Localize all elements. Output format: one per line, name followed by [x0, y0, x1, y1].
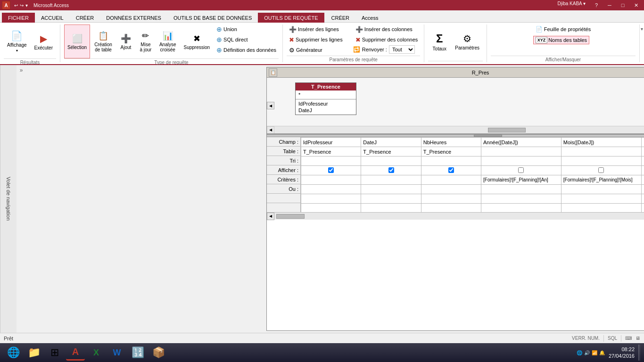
- cell-tri-3[interactable]: [421, 156, 481, 166]
- cell-afficher-4[interactable]: [481, 166, 561, 175]
- cell-extra1-5[interactable]: [561, 194, 641, 204]
- checkbox-afficher-4[interactable]: [518, 167, 524, 173]
- cell-afficher-3[interactable]: [421, 166, 481, 175]
- supprimer-lignes-button[interactable]: ✖ Supprimer les lignes: [287, 35, 345, 44]
- feuille-proprietes-button[interactable]: 📄 Feuille de propriétés: [533, 25, 594, 34]
- union-button[interactable]: ⊕ Union: [214, 25, 279, 34]
- parametres-button[interactable]: ⚙ Paramètres: [452, 25, 483, 58]
- cell-afficher-6[interactable]: [641, 166, 644, 175]
- scroll-thumb-h[interactable]: [488, 128, 526, 132]
- cell-extra1-3[interactable]: [421, 194, 481, 204]
- cell-tri-6[interactable]: [641, 156, 644, 166]
- cell-champ-1[interactable]: IdProfesseur: [301, 138, 361, 147]
- nav-pane-toggle[interactable]: Volet de navigation: [0, 65, 17, 333]
- cell-extra1-1[interactable]: [301, 194, 361, 204]
- cell-table-6[interactable]: [641, 147, 644, 156]
- cell-champ-4[interactable]: Année([DateJ]): [481, 138, 561, 147]
- restore-btn[interactable]: □: [617, 1, 629, 9]
- cell-ou-1[interactable]: [301, 185, 361, 194]
- cell-tri-2[interactable]: [361, 156, 421, 166]
- grid-scrollbar-h[interactable]: ◀ ▶: [267, 212, 644, 220]
- cell-criteres-1[interactable]: [301, 175, 361, 185]
- tab-outils-requete[interactable]: OUTILS DE REQUÊTE: [258, 13, 324, 23]
- quick-access-more[interactable]: ▾: [25, 3, 28, 8]
- inserer-colonnes-button[interactable]: ➕ Insérer des colonnes: [353, 25, 421, 34]
- checkbox-afficher-1[interactable]: [328, 167, 334, 173]
- designer-scrollbar-h[interactable]: ◀ ▶: [267, 126, 644, 133]
- affichage-button[interactable]: 📄 Affichage▾: [4, 25, 30, 58]
- taskbar-app-calc[interactable]: 🔢: [128, 345, 147, 361]
- cell-criteres-5[interactable]: [Formulaires]![F_Planning]![Mois]: [561, 175, 641, 185]
- cell-extra1-4[interactable]: [481, 194, 561, 204]
- checkbox-afficher-3[interactable]: [448, 167, 454, 173]
- nav-expand-btn[interactable]: »: [17, 65, 26, 333]
- redo-btn[interactable]: ↪: [20, 3, 24, 8]
- cell-ou-6[interactable]: [641, 185, 644, 194]
- executer-button[interactable]: ▶ Exécuter: [31, 25, 56, 58]
- cell-extra2-1[interactable]: [301, 204, 361, 213]
- splitter-handle[interactable]: [474, 135, 502, 137]
- cell-extra2-3[interactable]: [421, 204, 481, 213]
- grid-scroll-left[interactable]: ◀: [267, 213, 274, 220]
- totaux-button[interactable]: Σ Totaux: [428, 25, 451, 58]
- scroll-left-arrow[interactable]: ◀: [267, 126, 274, 134]
- supprimer-colonnes-button[interactable]: ✖ Supprimer des colonnes: [353, 35, 421, 44]
- taskbar-show-desktop[interactable]: [638, 345, 640, 361]
- taskbar-app-explorer[interactable]: 📁: [25, 345, 43, 361]
- cell-extra2-2[interactable]: [361, 204, 421, 213]
- tab-creer2[interactable]: CRÉER: [325, 13, 356, 23]
- help-btn[interactable]: ?: [590, 1, 603, 9]
- table-field-star[interactable]: *: [296, 91, 356, 98]
- designer-scroll-left[interactable]: ◀: [267, 102, 274, 109]
- cell-tri-1[interactable]: [301, 156, 361, 166]
- taskbar-app-excel[interactable]: X: [87, 345, 106, 361]
- tab-fichier[interactable]: FICHIER: [2, 13, 35, 23]
- ribbon-expand-btn[interactable]: ▾: [640, 25, 644, 62]
- cell-criteres-3[interactable]: [421, 175, 481, 185]
- cell-criteres-4[interactable]: [Formulaires]![F_Planning]![An]: [481, 175, 561, 185]
- table-field-datej[interactable]: DateJ: [296, 107, 356, 114]
- cell-afficher-2[interactable]: [361, 166, 421, 175]
- cell-champ-2[interactable]: DateJ: [361, 138, 421, 147]
- taskbar-app-grid[interactable]: ⊞: [45, 345, 64, 361]
- checkbox-afficher-2[interactable]: [388, 167, 394, 173]
- mise-a-jour-button[interactable]: ✏ Miseà jour: [136, 25, 155, 58]
- minimize-btn[interactable]: ─: [603, 1, 616, 9]
- cell-champ-6[interactable]: [641, 138, 644, 147]
- cell-table-5[interactable]: [561, 147, 641, 156]
- creation-table-button[interactable]: 📋 Créationde table: [91, 25, 116, 58]
- definition-donnees-button[interactable]: ⊕ Définition des données: [214, 45, 279, 55]
- taskbar-app-word[interactable]: W: [107, 345, 126, 361]
- cell-criteres-2[interactable]: [361, 175, 421, 185]
- taskbar-app-ie[interactable]: 🌐: [4, 345, 23, 361]
- table-field-idprofesseur[interactable]: IdProfesseur: [296, 100, 356, 107]
- suppression-button[interactable]: ✖ Suppression: [181, 25, 214, 58]
- checkbox-afficher-5[interactable]: [598, 167, 604, 173]
- close-btn[interactable]: ✕: [630, 1, 642, 9]
- cell-extra2-4[interactable]: [481, 204, 561, 213]
- inserer-lignes-button[interactable]: ➕ Insérer des lignes: [287, 25, 345, 34]
- cell-table-4[interactable]: [481, 147, 561, 156]
- sql-direct-button[interactable]: ⊕ SQL direct: [214, 35, 279, 44]
- cell-extra1-6[interactable]: [641, 194, 644, 204]
- cell-table-3[interactable]: T_Presence: [421, 147, 481, 156]
- tab-creer[interactable]: CRÉER: [70, 13, 100, 23]
- cell-tri-5[interactable]: [561, 156, 641, 166]
- cell-afficher-1[interactable]: [301, 166, 361, 175]
- ajout-button[interactable]: ➕ Ajout: [116, 25, 135, 58]
- noms-tables-button[interactable]: XYZ Noms des tables: [533, 36, 589, 44]
- cell-afficher-5[interactable]: [561, 166, 641, 175]
- cell-extra1-2[interactable]: [361, 194, 421, 204]
- cell-champ-3[interactable]: NbHeures: [421, 138, 481, 147]
- renvoyer-select[interactable]: Tout 5 25 100: [389, 45, 415, 54]
- cell-ou-4[interactable]: [481, 185, 561, 194]
- grid-scroll-thumb-h[interactable]: [276, 214, 305, 219]
- cell-ou-3[interactable]: [421, 185, 481, 194]
- cell-table-2[interactable]: T_Presence: [361, 147, 421, 156]
- cell-ou-5[interactable]: [561, 185, 641, 194]
- taskbar-app-arch[interactable]: 📦: [149, 345, 168, 361]
- tab-outils-bdd[interactable]: OUTILS DE BASE DE DONNÉES: [167, 13, 258, 23]
- cell-table-1[interactable]: T_Presence: [301, 147, 361, 156]
- cell-champ-5[interactable]: Mois([DateJ]): [561, 138, 641, 147]
- tab-donnees-externes[interactable]: DONNÉES EXTERNES: [100, 13, 167, 23]
